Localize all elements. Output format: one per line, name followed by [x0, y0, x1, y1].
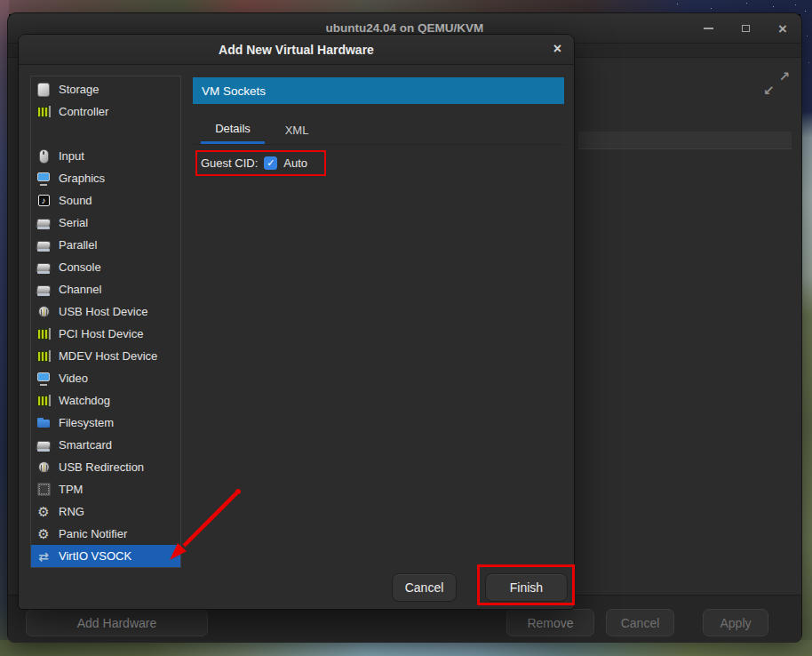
tab-details-label: Details: [215, 122, 251, 135]
tpm-icon: [36, 483, 51, 497]
sidebar-item-parallel[interactable]: Parallel: [31, 234, 180, 256]
checkmark-icon: ✓: [267, 158, 275, 168]
tab-details[interactable]: Details: [201, 116, 265, 144]
remove-button[interactable]: Remove: [506, 609, 594, 636]
usb-icon: [36, 305, 51, 319]
sidebar-item-mdev-host-device[interactable]: MDEV Host Device: [31, 345, 180, 367]
sidebar-item-video[interactable]: Video: [31, 367, 180, 389]
sidebar-item-storage[interactable]: Storage: [31, 78, 180, 100]
sidebar-item-rng[interactable]: ⚙ RNG: [31, 500, 180, 523]
serial-icon: [36, 260, 51, 275]
card-icon: [36, 105, 51, 119]
fullscreen-expand-icon[interactable]: ↗ ↙: [761, 68, 792, 99]
sidebar-item-usb-redirection[interactable]: USB Redirection: [31, 456, 180, 478]
hardware-type-list[interactable]: Storage Controller Input Graphics ♪ Soun…: [30, 76, 181, 568]
card-icon: [36, 349, 51, 364]
serial-icon: [36, 216, 51, 230]
gear-icon: ⚙: [36, 527, 51, 541]
sidebar-item-usb-host-device[interactable]: USB Host Device: [31, 300, 180, 323]
arrow-sw-icon: ↙: [763, 83, 775, 99]
folder-icon: [36, 416, 51, 430]
maximize-icon[interactable]: [742, 25, 750, 32]
sidebar-item-watchdog[interactable]: Watchdog: [31, 389, 180, 412]
window-title: ubuntu24.04 on QEMU/KVM: [326, 21, 484, 35]
dialog-titlebar[interactable]: Add New Virtual Hardware ×: [19, 35, 574, 65]
serial-icon: [36, 238, 51, 252]
dialog-close-icon[interactable]: ×: [553, 41, 561, 57]
dialog-cancel-button[interactable]: Cancel: [392, 573, 457, 602]
serial-icon: [36, 283, 51, 297]
panel-header-label: VM Sockets: [202, 84, 266, 98]
storage-icon: [36, 83, 51, 97]
guest-cid-label: Guest CID:: [201, 156, 258, 170]
sidebar-item-controller[interactable]: Controller: [31, 100, 180, 123]
add-hardware-dialog: Add New Virtual Hardware × Storage Contr…: [18, 34, 575, 610]
auto-checkbox-label: Auto: [283, 156, 307, 170]
desktop: ubuntu24.04 on QEMU/KVM × ↗ ↙ Add Hardwa…: [0, 0, 812, 656]
add-hardware-button[interactable]: Add Hardware: [26, 609, 208, 636]
tab-bar: Details XML: [193, 116, 564, 145]
sidebar-item-console[interactable]: Console: [31, 256, 180, 278]
minimize-icon[interactable]: [704, 28, 713, 29]
sidebar-item-sound[interactable]: ♪ Sound: [31, 189, 180, 212]
card-icon: [36, 327, 51, 341]
serial-icon: [36, 438, 51, 452]
display-icon: [36, 172, 51, 186]
sidebar-item-channel[interactable]: Channel: [31, 278, 180, 300]
close-icon[interactable]: ×: [778, 21, 787, 36]
apply-button[interactable]: Apply: [703, 609, 768, 636]
sidebar-item-filesystem[interactable]: Filesystem: [31, 412, 180, 434]
sidebar-item-smartcard[interactable]: Smartcard: [31, 434, 180, 456]
vsock-icon: ⇄: [36, 549, 51, 564]
window-controls: ×: [704, 13, 787, 44]
sidebar-item-graphics[interactable]: Graphics: [31, 167, 180, 189]
arrow-ne-icon: ↗: [778, 68, 790, 84]
display-icon: [36, 372, 51, 386]
dialog-title: Add New Virtual Hardware: [219, 43, 374, 57]
window-cancel-button[interactable]: Cancel: [606, 609, 674, 636]
sidebar-item-tpm[interactable]: TPM: [31, 478, 180, 500]
details-panel-header-band: [578, 132, 792, 149]
sound-icon: ♪: [38, 195, 50, 206]
sidebar-item-virtio-vsock[interactable]: ⇄ VirtIO VSOCK: [31, 545, 180, 567]
sidebar-item-pci-host-device[interactable]: PCI Host Device: [31, 323, 180, 345]
sidebar-item-serial[interactable]: Serial: [31, 212, 180, 234]
tab-xml[interactable]: XML: [272, 116, 322, 144]
sidebar-item-panic-notifier[interactable]: ⚙ Panic Notifier: [31, 523, 180, 545]
guest-cid-row-annotated: Guest CID: ✓ Auto: [195, 150, 326, 176]
sidebar-item-empty[interactable]: [31, 123, 180, 145]
panel-header: VM Sockets: [193, 77, 564, 104]
wallpaper-stars: [677, 4, 678, 4]
mouse-icon: [36, 149, 51, 164]
dialog-finish-button[interactable]: Finish: [485, 573, 568, 602]
usb-icon: [36, 460, 51, 475]
auto-checkbox[interactable]: ✓: [264, 156, 277, 170]
card-icon: [36, 394, 51, 408]
tab-xml-label: XML: [285, 124, 309, 137]
sidebar-item-input[interactable]: Input: [31, 145, 180, 167]
gear-icon: ⚙: [36, 505, 51, 519]
